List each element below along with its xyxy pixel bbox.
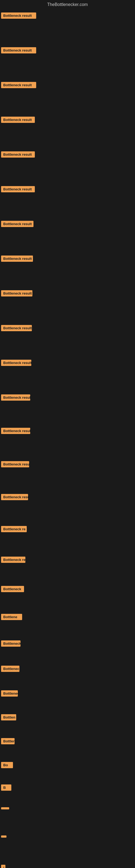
list-item: Bottleneck result [1,493,134,502]
list-item [1,805,134,812]
list-item: Bottlen [1,713,134,723]
bottleneck-badge[interactable]: Bottlenec [1,665,19,672]
bottleneck-badge[interactable]: Bottlene [1,614,22,620]
list-item: Bottleneck result [1,185,134,194]
list-item: Bottleneck result [1,150,134,160]
list-item: Bottleneck [1,639,134,649]
bottleneck-badge[interactable]: Bottleneck result [1,47,36,54]
list-item: Bottleneck resul [1,556,134,565]
site-title: TheBottlenecker.com [0,0,135,9]
bottleneck-badge[interactable]: Bottleneck result [1,325,32,331]
list-item [1,833,134,840]
bottleneck-badge[interactable]: Bo [1,762,13,768]
list-item: Bottleneck [1,737,134,746]
list-item: Bottlenec [1,664,134,674]
bottleneck-badge[interactable]: Bottleneck re [1,526,27,532]
bottleneck-badge[interactable]: Bottlen [1,714,16,720]
list-item: Bottleneck re [1,689,134,699]
bottleneck-badge[interactable] [1,835,6,838]
bottleneck-badge[interactable]: Bottleneck [1,738,14,744]
bottleneck-badge[interactable]: Bottleneck result [1,186,35,192]
list-item: Bottleneck result [1,220,134,229]
list-item: Bottleneck result [1,116,134,125]
bottleneck-badge[interactable]: Bottleneck result [1,394,30,401]
bottleneck-badge[interactable]: Bottleneck re [1,690,18,696]
bottleneck-badge[interactable]: Bottleneck result [1,82,36,88]
list-item: Bottleneck re [1,525,134,534]
bottleneck-badge[interactable]: Bottleneck result [1,255,33,262]
list-item: | [1,864,134,868]
bottleneck-badge[interactable]: Bottleneck result [1,151,35,158]
bottleneck-badge[interactable]: Bottleneck result [1,494,28,500]
list-item: Bottleneck result [1,46,134,56]
bottleneck-badge[interactable]: Bottleneck [1,586,24,592]
bottleneck-badge[interactable]: Bottleneck result [1,221,34,227]
list-item: Bottleneck result [1,81,134,90]
list-item: Bottleneck result [1,460,134,469]
bottleneck-badge[interactable]: Bottleneck result [1,117,35,123]
list-item: Bottleneck result [1,427,134,436]
list-item: Bottleneck result [1,289,134,299]
bottleneck-badge[interactable]: Bottleneck result [1,290,32,297]
bottleneck-badge[interactable]: | [1,865,5,868]
bottleneck-badge[interactable]: Bottleneck result [1,360,31,366]
bottleneck-list: Bottleneck resultBottleneck resultBottle… [0,9,135,868]
list-item: Bottleneck [1,585,134,594]
bottleneck-badge[interactable]: Bottleneck result [1,461,29,467]
list-item: Bottleneck result [1,11,134,21]
list-item: Bottleneck result [1,254,134,264]
bottleneck-badge[interactable] [1,807,9,809]
list-item: Bottleneck result [1,359,134,368]
list-item: Bottlene [1,613,134,622]
bottleneck-badge[interactable]: Bottleneck result [1,428,30,434]
list-item: B [1,783,134,793]
bottleneck-badge[interactable]: B [1,784,11,791]
list-item: Bottleneck result [1,324,134,333]
list-item: Bo [1,761,134,770]
bottleneck-badge[interactable]: Bottleneck resul [1,557,26,563]
list-item: Bottleneck result [1,393,134,403]
bottleneck-badge[interactable]: Bottleneck result [1,12,36,19]
bottleneck-badge[interactable]: Bottleneck [1,641,20,647]
